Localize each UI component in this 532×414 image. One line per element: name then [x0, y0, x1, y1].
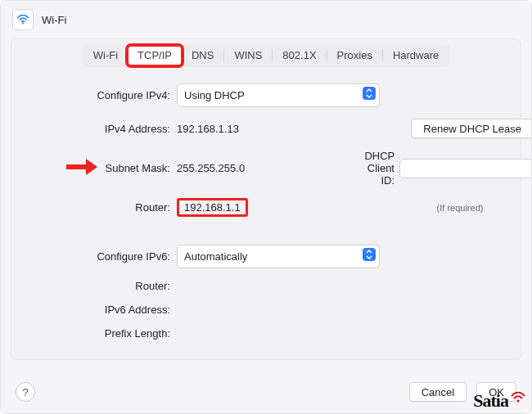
- input-dhcp-client-id[interactable]: [399, 159, 532, 178]
- label-configure-ipv6: Configure IPv6:: [31, 250, 170, 263]
- tab-proxies[interactable]: Proxies: [327, 46, 382, 65]
- wifi-icon: [12, 9, 34, 30]
- select-configure-ipv4-value: Using DHCP: [184, 89, 245, 101]
- value-subnet-mask: 255.255.255.0: [177, 162, 380, 174]
- label-router: Router:: [31, 201, 170, 214]
- tab-8021x[interactable]: 802.1X: [273, 46, 326, 65]
- wifi-red-icon: [510, 392, 526, 403]
- arrow-annotation-icon: [65, 158, 97, 176]
- label-dhcp-client-id: DHCP Client ID:: [364, 150, 394, 187]
- renew-dhcp-lease-button[interactable]: Renew DHCP Lease: [411, 119, 532, 138]
- window-title: Wi-Fi: [42, 14, 66, 26]
- chevron-updown-icon: [363, 248, 376, 261]
- select-configure-ipv6-value: Automatically: [184, 250, 247, 263]
- select-configure-ipv6[interactable]: Automatically: [177, 245, 380, 268]
- settings-panel: Wi-Fi TCP/IP DNS WINS 802.1X Proxies Har…: [11, 38, 521, 360]
- tab-dns[interactable]: DNS: [182, 46, 223, 65]
- hint-if-required: (If required): [386, 203, 532, 213]
- value-ipv4-address: 192.168.1.13: [177, 123, 380, 135]
- watermark: Satia: [473, 390, 526, 412]
- tab-bar: Wi-Fi TCP/IP DNS WINS 802.1X Proxies Har…: [11, 46, 521, 65]
- svg-marker-2: [86, 159, 97, 175]
- select-configure-ipv4[interactable]: Using DHCP: [177, 83, 380, 107]
- label-ipv6-address: IPv6 Address:: [31, 304, 170, 316]
- chevron-updown-icon: [363, 87, 376, 100]
- help-button[interactable]: ?: [16, 382, 35, 402]
- cancel-button[interactable]: Cancel: [409, 382, 467, 402]
- label-configure-ipv4: Configure IPv4:: [31, 89, 170, 101]
- label-prefix-length: Prefix Length:: [31, 327, 170, 340]
- value-router: 192.168.1.1: [177, 198, 248, 217]
- label-router-v6: Router:: [31, 280, 170, 292]
- titlebar: Wi-Fi: [1, 1, 531, 38]
- svg-point-3: [516, 399, 519, 402]
- tab-hardware[interactable]: Hardware: [383, 46, 449, 65]
- svg-point-0: [22, 23, 24, 25]
- network-advanced-window: Wi-Fi Wi-Fi TCP/IP DNS WINS 802.1X Proxi…: [0, 0, 532, 414]
- label-subnet-mask: Subnet Mask:: [31, 162, 170, 174]
- label-ipv4-address: IPv4 Address:: [31, 123, 170, 135]
- tab-wifi[interactable]: Wi-Fi: [83, 46, 128, 65]
- tab-wins[interactable]: WINS: [224, 46, 272, 65]
- tab-tcpip[interactable]: TCP/IP: [128, 46, 182, 65]
- tcpip-form: Configure IPv4: Using DHCP IPv4 Address:…: [11, 77, 521, 344]
